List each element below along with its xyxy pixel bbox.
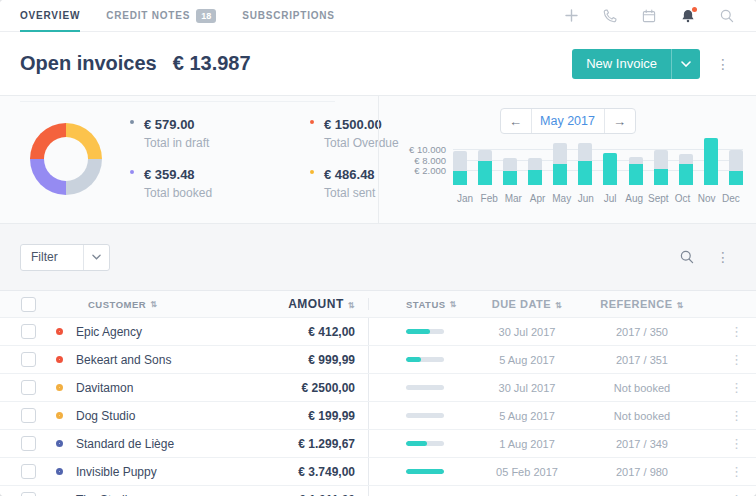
bar-fill (679, 164, 693, 186)
header-kebab-menu-icon[interactable]: ⋮ (710, 53, 736, 75)
table-row[interactable]: Davitamon€ 2500,0030 Jul 2017Not booked⋮ (0, 374, 756, 402)
x-axis-label-nov: Nov (695, 193, 719, 204)
row-checkbox[interactable] (21, 352, 36, 367)
bar-jul (603, 153, 617, 185)
tab-subscriptions[interactable]: SUBSCRIPTIONS (242, 0, 335, 31)
tab-overview[interactable]: OVERVIEW (20, 0, 80, 31)
row-kebab-menu-icon[interactable]: ⋮ (730, 409, 743, 422)
due-date: 1 Aug 2017 (487, 438, 567, 450)
customer-name[interactable]: The Studio (76, 493, 134, 496)
invoice-amount: € 199,99 (250, 409, 368, 423)
row-kebab-menu-icon[interactable]: ⋮ (730, 381, 743, 394)
x-axis-label-mar: Mar (501, 193, 525, 204)
row-checkbox[interactable] (21, 464, 36, 479)
invoice-table-body: Epic Agency€ 412,0030 Jul 20172017 / 350… (0, 318, 756, 496)
tab-credit-notes[interactable]: CREDIT NOTES 18 (106, 0, 216, 31)
invoice-amount: € 999,99 (250, 353, 368, 367)
table-row[interactable]: Invisible Puppy€ 3.749,0005 Feb 20172017… (0, 458, 756, 486)
bar-fill (704, 138, 718, 185)
filter-dropdown[interactable]: Filter (20, 244, 110, 271)
status-progress-bar (406, 441, 444, 446)
bar-fill (553, 164, 567, 186)
prev-month-button[interactable]: ← (501, 109, 531, 133)
table-row[interactable]: Standard de Liège€ 1.299,671 Aug 2017201… (0, 430, 756, 458)
bar-fill (528, 170, 542, 185)
credit-notes-count-badge: 18 (196, 9, 216, 23)
bell-icon[interactable] (679, 7, 697, 25)
row-checkbox[interactable] (21, 324, 36, 339)
table-row[interactable]: Epic Agency€ 412,0030 Jul 20172017 / 350… (0, 318, 756, 346)
column-header-status[interactable]: STATUS⇅ (369, 299, 487, 310)
status-progress-bar (406, 469, 444, 474)
sort-icon: ⇅ (450, 300, 457, 309)
x-axis-label-apr: Apr (526, 193, 550, 204)
row-checkbox[interactable] (21, 408, 36, 423)
monthly-chart-panel: ← May 2017 → € 10.000€ 8.000€ 2.000 JanF… (378, 96, 756, 223)
bar-fill (578, 161, 592, 185)
due-date: 05 Feb 2017 (487, 466, 567, 478)
calendar-icon[interactable] (640, 7, 658, 25)
column-header-amount[interactable]: AMOUNT⇅ (250, 297, 368, 311)
search-icon[interactable] (718, 7, 736, 25)
summary-item-0: € 579.00Total in draft (130, 117, 310, 150)
phone-icon[interactable] (601, 7, 619, 25)
table-row[interactable]: Bekeart and Sons€ 999,995 Aug 20172017 /… (0, 346, 756, 374)
bar-apr (528, 158, 542, 185)
customer-status-icon (56, 356, 63, 363)
customer-name[interactable]: Bekeart and Sons (76, 353, 171, 367)
row-checkbox[interactable] (21, 492, 36, 496)
reference: Not booked (567, 410, 717, 422)
status-progress-bar (406, 329, 444, 334)
plus-icon[interactable] (562, 7, 580, 25)
invoice-amount: € 3.749,00 (250, 465, 368, 479)
due-date: 30 Jul 2017 (487, 326, 567, 338)
select-all-checkbox[interactable] (21, 297, 36, 312)
customer-name[interactable]: Invisible Puppy (76, 465, 157, 479)
chart-bars (453, 137, 743, 185)
customer-status-icon (56, 440, 63, 447)
table-row[interactable]: Dog Studio€ 199,995 Aug 2017Not booked⋮ (0, 402, 756, 430)
chevron-down-icon[interactable] (671, 49, 700, 79)
customer-name[interactable]: Davitamon (76, 381, 133, 395)
x-axis-label-may: May (550, 193, 574, 204)
next-month-button[interactable]: → (605, 109, 635, 133)
table-kebab-menu-icon[interactable]: ⋮ (710, 246, 736, 268)
month-selector-label[interactable]: May 2017 (531, 109, 605, 133)
monthly-bar-chart: € 10.000€ 8.000€ 2.000 JanFebMarAprMayJu… (453, 137, 743, 204)
sort-icon: ⇅ (555, 301, 562, 310)
y-axis-tick-label: € 10.000 (409, 144, 446, 155)
tab-credit-notes-label: CREDIT NOTES (106, 10, 190, 21)
summary-item-2: € 359.48Total booked (130, 167, 310, 200)
table-row[interactable]: The Studio€ 1.011,0030 Jul 20172017 / 40… (0, 486, 756, 496)
chevron-down-icon (83, 245, 109, 270)
row-kebab-menu-icon[interactable]: ⋮ (730, 325, 743, 338)
nav-icon-group (562, 0, 736, 31)
table-search-icon[interactable] (678, 248, 696, 266)
open-invoices-total: € 13.987 (173, 52, 251, 75)
status-progress-bar (406, 357, 444, 362)
row-kebab-menu-icon[interactable]: ⋮ (730, 437, 743, 450)
sort-icon: ⇅ (348, 301, 355, 310)
row-kebab-menu-icon[interactable]: ⋮ (730, 353, 743, 366)
stats-section: € 579.00Total in draft€ 1500.00Total Ove… (0, 95, 756, 224)
totals-panel: € 579.00Total in draft€ 1500.00Total Ove… (0, 96, 378, 223)
customer-name[interactable]: Standard de Liège (76, 437, 174, 451)
invoice-amount: € 2500,00 (250, 381, 368, 395)
filter-dropdown-label: Filter (21, 245, 83, 270)
new-invoice-button[interactable]: New Invoice (572, 49, 700, 79)
customer-name[interactable]: Epic Agency (76, 325, 142, 339)
column-header-reference[interactable]: REFERENCE⇅ (567, 298, 717, 310)
row-kebab-menu-icon[interactable]: ⋮ (730, 465, 743, 478)
invoice-amount: € 412,00 (250, 325, 368, 339)
column-header-customer[interactable]: CUSTOMER⇅ (56, 299, 250, 310)
bar-fill (453, 171, 467, 186)
customer-name[interactable]: Dog Studio (76, 409, 135, 423)
summary-label: Total in draft (144, 136, 310, 150)
sort-icon: ⇅ (677, 301, 684, 310)
row-checkbox[interactable] (21, 436, 36, 451)
row-checkbox[interactable] (21, 380, 36, 395)
donut-hole (44, 137, 88, 181)
legend-dot-icon (130, 170, 134, 174)
column-header-due-date[interactable]: DUE DATE⇅ (487, 298, 567, 310)
x-axis-label-feb: Feb (477, 193, 501, 204)
